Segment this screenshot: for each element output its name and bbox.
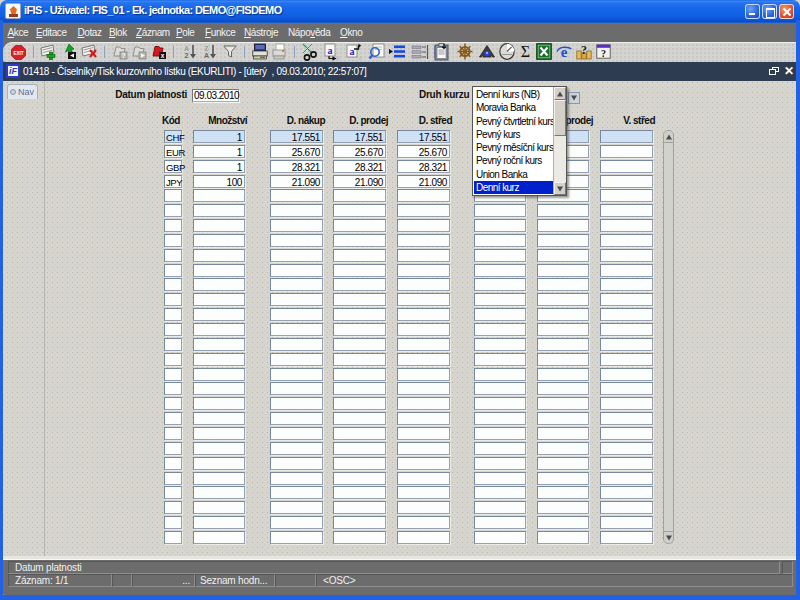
svg-text:A: A: [204, 52, 209, 59]
svg-text:x: x: [161, 52, 165, 59]
svg-text:?: ?: [601, 48, 606, 59]
svg-text:Σ: Σ: [521, 43, 530, 60]
svg-text:a: a: [328, 45, 333, 56]
svg-text:Z: Z: [205, 45, 209, 52]
svg-text:e: e: [561, 44, 568, 60]
svg-text:?: ?: [122, 52, 126, 59]
svg-text:A: A: [184, 45, 189, 52]
svg-text:a: a: [350, 46, 355, 57]
svg-text:EXIT: EXIT: [13, 51, 23, 56]
svg-text:a: a: [359, 53, 363, 61]
svg-text:?: ?: [581, 43, 587, 57]
svg-text:a: a: [336, 53, 340, 61]
svg-text:2: 2: [185, 52, 189, 59]
